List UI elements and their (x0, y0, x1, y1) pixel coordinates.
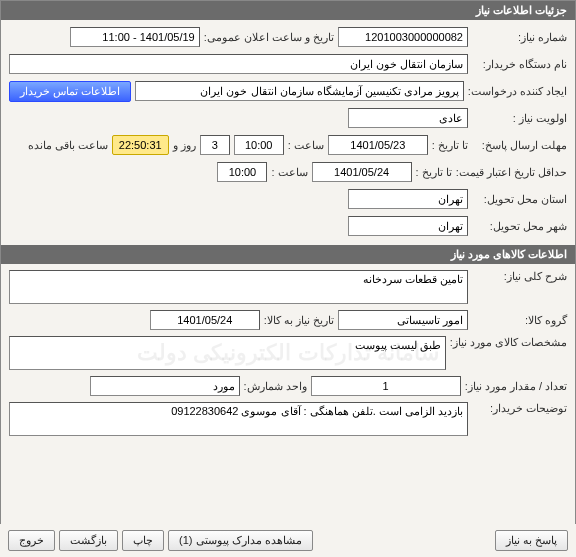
qty-label: تعداد / مقدار مورد نیاز: (465, 380, 567, 393)
price-time-input[interactable] (217, 162, 267, 182)
priority-label: اولویت نیاز : (472, 112, 567, 125)
need-date-input[interactable] (150, 310, 260, 330)
days-label: روز و (173, 139, 196, 152)
time-label-1: ساعت : (288, 139, 324, 152)
announce-label: تاریخ و ساعت اعلان عمومی: (204, 31, 334, 44)
goods-section-header: اطلاعات کالاهای مورد نیاز (1, 245, 575, 264)
creator-input[interactable] (135, 81, 464, 101)
price-date-input[interactable] (312, 162, 412, 182)
spec-label: مشخصات کالای مورد نیاز: (450, 336, 567, 349)
to-date-label-1: تا تاریخ : (432, 139, 468, 152)
main-form: شماره نیاز: تاریخ و ساعت اعلان عمومی: نا… (1, 20, 575, 243)
deadline-label: مهلت ارسال پاسخ: (472, 139, 567, 152)
buyer-input[interactable] (9, 54, 468, 74)
window: جزئیات اطلاعات نیاز شماره نیاز: تاریخ و … (0, 0, 576, 557)
deadline-date-input[interactable] (328, 135, 428, 155)
price-validity-label: حداقل تاریخ اعتبار قیمت: (456, 166, 567, 179)
unit-label: واحد شمارش: (244, 380, 307, 393)
priority-input[interactable] (348, 108, 468, 128)
creator-label: ایجاد کننده درخواست: (468, 85, 567, 98)
window-title: جزئیات اطلاعات نیاز (1, 1, 575, 20)
days-input[interactable] (200, 135, 230, 155)
footer-toolbar: خروج بازگشت چاپ مشاهده مدارک پیوستی (1) … (0, 524, 576, 557)
to-date-label-2: تا تاریخ : (416, 166, 452, 179)
buyer-label: نام دستگاه خریدار: (472, 58, 567, 71)
group-label: گروه کالا: (472, 314, 567, 327)
contact-button[interactable]: اطلاعات تماس خریدار (9, 81, 131, 102)
city-label: شهر محل تحویل: (472, 220, 567, 233)
group-input[interactable] (338, 310, 468, 330)
deadline-time-input[interactable] (234, 135, 284, 155)
province-label: استان محل تحویل: (472, 193, 567, 206)
buyer-notes-input[interactable] (9, 402, 468, 436)
need-no-input[interactable] (338, 27, 468, 47)
attachments-button[interactable]: مشاهده مدارک پیوستی (1) (168, 530, 313, 551)
goods-form: سامانه تدارکات الکترونیکی دولت شرح کلی ن… (1, 264, 575, 442)
need-no-label: شماره نیاز: (472, 31, 567, 44)
buyer-notes-label: توضیحات خریدار: (472, 402, 567, 415)
desc-label: شرح کلی نیاز: (472, 270, 567, 283)
time-label-2: ساعت : (271, 166, 307, 179)
remain-label: ساعت باقی مانده (28, 139, 108, 152)
unit-input[interactable] (90, 376, 240, 396)
print-button[interactable]: چاپ (122, 530, 164, 551)
spec-input[interactable] (9, 336, 446, 370)
remaining-time: 22:50:31 (112, 135, 169, 155)
qty-input[interactable] (311, 376, 461, 396)
desc-input[interactable] (9, 270, 468, 304)
province-input[interactable] (348, 189, 468, 209)
need-date-label: تاریخ نیاز به کالا: (264, 314, 334, 327)
back-button[interactable]: بازگشت (59, 530, 118, 551)
city-input[interactable] (348, 216, 468, 236)
respond-button[interactable]: پاسخ به نیاز (495, 530, 568, 551)
exit-button[interactable]: خروج (8, 530, 55, 551)
announce-input[interactable] (70, 27, 200, 47)
